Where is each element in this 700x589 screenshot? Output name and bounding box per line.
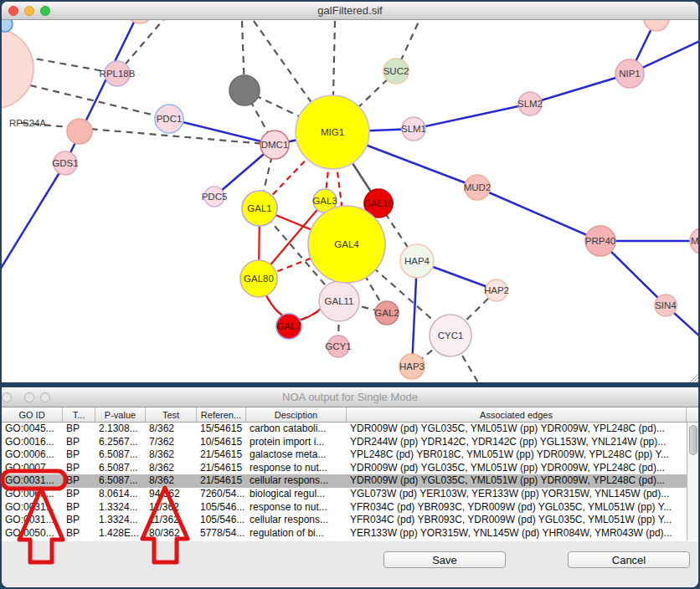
network-node-PDC1: PDC1 [155,105,183,133]
table-row[interactable]: GO:0031...BP1.3324...11/362105/546...res… [2,501,687,515]
network-node-label: GAL80 [244,274,274,284]
network-node-MIG1: MIG1 [296,95,369,169]
network-node-label: PDC1 [157,114,183,124]
column-header-desciption[interactable]: Desciption [246,407,347,422]
network-node-label: MUD2 [464,182,492,192]
network-node-HAP3: HAP3 [399,354,425,379]
button-bar: Save Cancel [2,541,698,587]
network-node-CYC1: CYC1 [430,315,471,356]
network-node-label: SLM2 [517,99,543,109]
table-body: GO:0045...BP2.1308...8/36215/54615carbon… [2,423,687,540]
cell-description: protein import i... [246,436,347,449]
network-node-label: NIP1 [619,69,641,79]
cell-p-value: 6.2567... [95,436,146,449]
cell-associated-edges: YDR009W (pd) YGL035C, YML051W (pp) YDR00… [347,474,687,488]
cell-description: carbon cataboli... [246,423,347,436]
cell-associated-edges: YPL248C (pd) YBR018C, YML051W (pp) YDR00… [347,448,687,462]
network-node-label: GAL3 [312,196,337,206]
network-node-label: DMC1 [261,140,289,150]
column-header-test[interactable]: Test [146,407,197,422]
table-row[interactable]: GO:0006...BP6.5087...8/36221/54615galact… [2,448,687,462]
network-node-circle[interactable] [644,20,669,31]
table-row[interactable]: GO:0016...BP6.2567...7/36210/54615protei… [2,436,687,449]
cell-test: 7/362 [146,436,197,449]
cell-associated-edges: YER133W (pp) YOR315W, YNL145W (pd) YHR08… [347,527,687,540]
cell-type: BP [63,527,95,540]
network-node-GAL11: GAL11 [319,281,359,321]
network-node-label: RPS24A [9,118,46,128]
network-node-label: PDC5 [202,192,228,202]
network-node-unlabeled-gray [229,75,260,105]
cell-p-value: 1.3324... [95,501,146,515]
network-node-MSL5: MSL5 [690,228,698,254]
network-node-GCY1: GCY1 [325,335,351,357]
noa-window-titlebar[interactable]: NOA output for Single Mode [2,387,698,407]
network-node-GDS1: GDS1 [52,151,78,175]
cell-description: cellular respons... [246,474,347,488]
cell-type: BP [63,423,95,436]
cell-test: 8/362 [146,423,197,436]
network-window-title: galFiltered.sif [2,2,698,19]
network-node-circle[interactable] [126,20,153,23]
cell-associated-edges: YDR009W (pd) YGL035C, YML051W (pp) YDR00… [347,423,687,436]
column-header-associated-edges[interactable]: Associated edges [347,407,687,422]
network-node-unlabeled-topleft [2,20,13,32]
network-node-label: GAL10 [363,198,394,208]
results-table: GO IDT...P-valueTestReferen...Desciption… [2,407,698,541]
network-canvas[interactable]: RPL18BRPS24AGDS1PDC1DMC1MIG1SLM1SLM2NIP1… [2,20,698,382]
column-header-referen-[interactable]: Referen... [197,407,246,422]
cell-reference: 7260/54... [197,488,246,501]
save-button[interactable]: Save [383,551,506,568]
column-header-p-value[interactable]: P-value [95,407,146,422]
network-node-label: GCY1 [325,341,351,351]
network-node-label: PRP40 [585,236,615,246]
cell-reference: 15/54615 [197,423,246,436]
network-node-label: MIG1 [321,127,344,137]
cell-associated-edges: YDR244W (pp) YDR142C, YDR142C (pp) YGL15… [347,436,687,449]
screen: galFiltered.sif RPL18BRPS24AGDS1PDC1DMC1… [0,0,700,589]
cell-description: response to nut... [246,501,347,515]
network-node-label: GAL11 [325,296,354,306]
network-window: galFiltered.sif RPL18BRPS24AGDS1PDC1DMC1… [2,2,698,382]
network-edge[interactable] [530,74,630,104]
cell-reference: 21/54615 [197,448,246,462]
network-node-SIN4: SIN4 [655,294,677,316]
network-node-label: GDS1 [52,158,78,168]
network-node-NIP1: NIP1 [615,59,644,88]
table-scrollbar-thumb[interactable] [689,425,697,455]
network-edge[interactable] [21,123,275,145]
cell-test: 8/362 [146,462,197,475]
cell-go-id: GO:0065... [2,488,63,501]
network-node-circle[interactable] [67,119,92,144]
cell-type: BP [63,436,95,449]
network-node-label: HAP2 [484,285,509,295]
table-row[interactable]: GO:0031...BP6.5087...8/36221/54615cellul… [2,474,687,488]
column-header-go-id[interactable]: GO ID [2,407,63,422]
network-edge[interactable] [414,104,530,129]
cell-type: BP [63,448,95,462]
network-node-circle[interactable] [229,75,260,105]
cell-go-id: GO:0031... [2,501,63,515]
table-row[interactable]: GO:0050...BP1.428E...80/3625778/54...reg… [2,527,687,540]
cell-p-value: 6.5087... [95,448,146,462]
network-node-circle[interactable] [2,20,13,32]
resize-grip-icon[interactable] [689,374,698,382]
network-node-GAL7: GAL7 [276,314,301,339]
table-scrollbar[interactable] [687,423,698,540]
cell-test: 11/362 [146,514,197,527]
table-row[interactable]: GO:0031...BP1.3324...11/362105/546...cel… [2,514,687,527]
network-node-unlabeled-top [126,20,153,23]
network-edge[interactable] [2,163,65,286]
table-row[interactable]: GO:0065...BP8.0614...94/3627260/54...bio… [2,488,687,501]
network-node-DMC1: DMC1 [260,131,289,159]
network-node-label: GAL4 [334,239,359,249]
network-edge[interactable] [477,187,600,241]
network-window-titlebar[interactable]: galFiltered.sif [2,2,698,20]
table-row[interactable]: GO:0007...BP6.5087...8/36221/54615respon… [2,462,687,475]
noa-window: NOA output for Single Mode GO IDT...P-va… [2,387,698,587]
cancel-button[interactable]: Cancel [568,551,690,568]
table-row[interactable]: GO:0045...BP2.1308...8/36215/54615carbon… [2,423,687,436]
network-node-MUD2: MUD2 [464,175,492,200]
column-header-t-[interactable]: T... [63,407,95,422]
network-node-circle[interactable] [2,28,33,109]
